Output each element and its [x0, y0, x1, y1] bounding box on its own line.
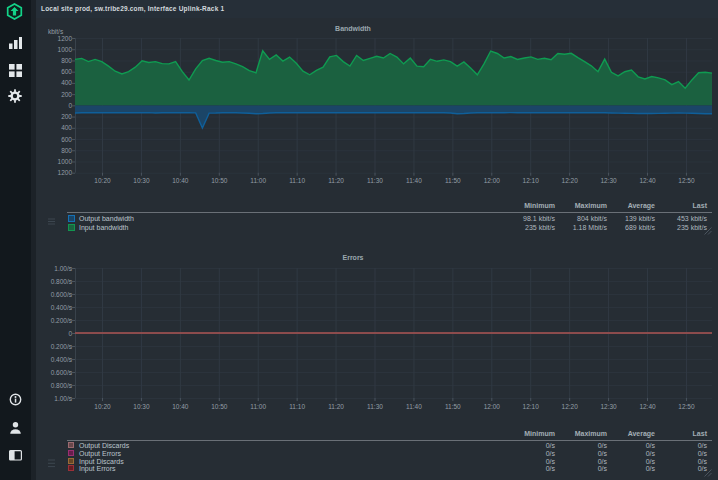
resize-handle-icon[interactable] — [703, 226, 712, 235]
y-tick-label: 1200 — [28, 168, 72, 177]
legend-swatch — [68, 450, 74, 456]
y-tick-label: 0.600/s — [28, 290, 72, 299]
legend-swatch — [68, 458, 74, 464]
legend-col-header: Last — [637, 429, 707, 439]
page-header: Local site prod, sw.tribe29.com, Interfa… — [36, 0, 718, 18]
y-tick-label: 0.400/s — [28, 303, 72, 312]
y-tick-label: 0.600/s — [28, 368, 72, 377]
y-tick-label: 1000 — [28, 157, 72, 166]
legend-value: 0/s — [637, 464, 707, 473]
legend-swatch — [68, 215, 75, 222]
y-tick-label: 1.00/s — [28, 264, 72, 273]
y-tick-label: 1.00/s — [28, 394, 72, 403]
legend-drag-handle-icon[interactable] — [48, 218, 55, 227]
views-grid-icon[interactable] — [9, 64, 22, 77]
y-tick-label: 600 — [28, 67, 72, 76]
legend-series-label: Input bandwidth — [79, 223, 128, 232]
y-tick-label: 200 — [28, 112, 72, 121]
y-tick-label: 600 — [28, 135, 72, 144]
info-icon[interactable] — [9, 393, 22, 406]
y-tick-label: 1200 — [28, 34, 72, 43]
sidebar-toggle-icon[interactable] — [9, 450, 22, 461]
page-title: Local site prod, sw.tribe29.com, Interfa… — [36, 0, 718, 18]
legend-value: 235 kbit/s — [637, 223, 707, 232]
legend-header-divider — [67, 212, 712, 213]
y-tick-label: 0.200/s — [28, 342, 72, 351]
legend-swatch — [68, 224, 75, 231]
y-tick-label: 0.800/s — [28, 381, 72, 390]
y-tick-label: 400 — [28, 123, 72, 132]
y-tick-label: 1000 — [28, 45, 72, 54]
y-tick-label: 0.400/s — [28, 355, 72, 364]
legend-col-header: Last — [637, 201, 707, 211]
y-tick-label: 400 — [28, 78, 72, 87]
bandwidth-plot — [75, 38, 712, 181]
chart-title-bandwidth: Bandwidth — [253, 25, 453, 32]
y-tick-label: 800 — [28, 146, 72, 155]
user-icon[interactable] — [9, 421, 22, 434]
legend-series-label: Input Errors — [79, 464, 116, 473]
y-tick-label: 0 — [28, 101, 72, 110]
y-tick-label: 0 — [28, 329, 72, 338]
setup-gear-icon[interactable] — [8, 89, 22, 103]
legend-swatch — [68, 465, 74, 471]
chart-title-errors: Errors — [253, 254, 453, 261]
resize-handle-icon[interactable] — [703, 468, 712, 477]
y-tick-label: 800 — [28, 56, 72, 65]
sidebar — [0, 0, 31, 480]
y-tick-label: 0.200/s — [28, 316, 72, 325]
y-tick-label: 200 — [28, 90, 72, 99]
legend-swatch — [68, 442, 74, 448]
y-tick-label: 0.800/s — [28, 277, 72, 286]
checkmk-dashboard: { "header": {"title": "Local site prod, … — [0, 0, 718, 480]
checkmk-logo-icon[interactable] — [6, 3, 23, 20]
monitor-icon[interactable] — [9, 36, 22, 49]
legend-drag-handle-icon[interactable] — [48, 459, 55, 468]
errors-plot — [75, 268, 712, 406]
